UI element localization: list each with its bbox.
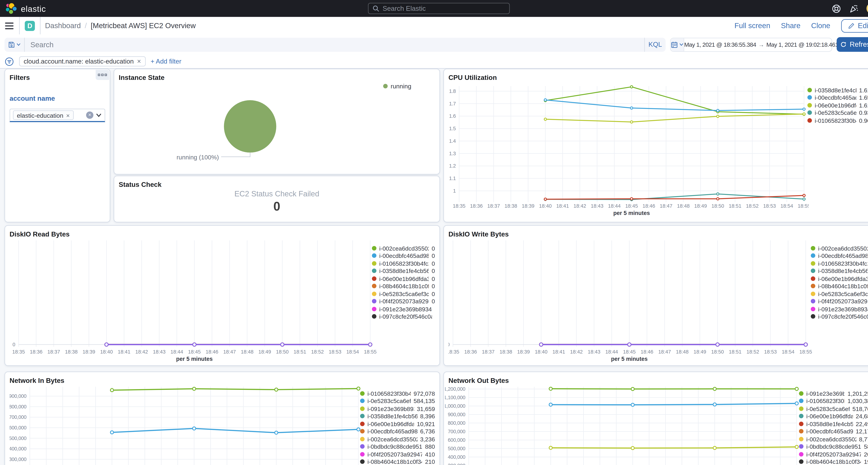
legend-label: i-08b4604c18b1c0f34 — [379, 283, 429, 289]
legend-item[interactable]: i-002cea6dcd35502f70 — [372, 244, 435, 252]
legend-swatch — [811, 314, 815, 319]
legend-item[interactable]: i-091e23e369b89346331,659 — [360, 405, 435, 412]
date-range-display[interactable]: May 1, 2021 @ 18:36:55.384 → May 1, 2021… — [684, 41, 838, 48]
legend-item[interactable]: i-00ecdbfc465ad98df12,176 — [799, 428, 868, 435]
user-avatar[interactable]: m — [866, 3, 868, 14]
legend-item[interactable]: i-01065823f30b4fc...1,030,384 — [799, 397, 868, 405]
svg-text:18:42: 18:42 — [574, 203, 586, 209]
legend-item[interactable]: i-06e00e1b96dfda3f724,685 — [799, 412, 868, 420]
menu-hamburger-icon[interactable] — [5, 22, 13, 29]
legend-item[interactable]: i-091e23e369b893463 — [372, 305, 435, 313]
token-remove-icon[interactable]: × — [66, 112, 70, 119]
chevron-down-icon[interactable] — [96, 112, 102, 118]
legend-item[interactable]: i-002cea6dcd35502f73,236 — [360, 435, 435, 443]
legend-item[interactable]: i-097c8cfe20f546c0a — [372, 313, 435, 320]
legend-item[interactable]: i-00ecdbfc465ad98df1.656 — [807, 94, 868, 101]
legend-item[interactable]: i-0358d8e1fe4cb56891.615 — [807, 86, 868, 94]
legend-item[interactable]: i-01065823f30b4fc210 — [811, 259, 868, 267]
full-screen-button[interactable]: Full screen — [735, 21, 770, 30]
legend-swatch — [372, 314, 376, 319]
legend-item[interactable]: i-06e00e1b96dfda3f70 — [372, 275, 435, 282]
date-from[interactable]: May 1, 2021 @ 18:36:55.384 — [684, 41, 756, 48]
legend-item[interactable]: i-002cea6dcd35502f78,779 — [799, 435, 868, 443]
filter-pill[interactable]: cloud.account.name: elastic-education × — [19, 56, 146, 66]
svg-text:18:39: 18:39 — [522, 203, 534, 209]
legend-item[interactable]: i-0358d8e1fe4cb568922,498 — [799, 420, 868, 428]
clone-button[interactable]: Clone — [811, 21, 830, 30]
legend-swatch — [799, 406, 803, 411]
legend-item[interactable]: i-08b4604c18b1c0f340 — [372, 282, 435, 290]
legend-item[interactable]: i-0e5283c5ca6ef3c8c518,769 — [799, 405, 868, 412]
legend-swatch — [360, 406, 365, 411]
legend-item[interactable]: i-0e5283c5ca6ef3c8c0.934 — [807, 109, 868, 117]
legend-item[interactable]: i-00ecdbfc465ad98df0 — [372, 252, 435, 259]
panel-network-in: Network In Bytes 900,000800,000700,00060… — [4, 372, 440, 465]
legend-value: 8,779 — [859, 436, 868, 442]
legend-swatch — [799, 460, 803, 464]
legend-item[interactable]: i-00ecdbfc465ad98df6,736 — [360, 428, 435, 435]
breadcrumb-dashboard[interactable]: Dashboard — [45, 21, 81, 30]
legend-item[interactable]: i-06e00e1b96dfda3f70 — [811, 275, 868, 282]
global-search[interactable] — [368, 3, 510, 14]
legend-item[interactable]: i-002cea6dcd35502f70 — [811, 244, 868, 252]
legend-item[interactable]: i-0e5283c5ca6ef3c8c0 — [372, 290, 435, 298]
page-title: [Metricbeat AWS] EC2 Overview — [91, 21, 196, 30]
legend-item[interactable]: i-0f4f2052073a929470 — [372, 298, 435, 305]
dashboard-badge[interactable]: D — [25, 21, 35, 31]
legend-item[interactable]: i-08b4604c18b1c0f34196 — [799, 458, 868, 465]
legend-item[interactable]: i-0bdbdc9c88cde9518880 — [360, 443, 435, 451]
edit-button[interactable]: Edit — [841, 19, 868, 32]
legend-item[interactable]: i-06e00e1b96dfda3f710,921 — [360, 420, 435, 428]
share-button[interactable]: Share — [781, 21, 800, 30]
query-input[interactable] — [25, 40, 644, 49]
legend-item[interactable]: i-091e23e369b893...1,201,252 — [799, 390, 868, 397]
legend-item[interactable]: i-0f4f2052073a92947410 — [360, 451, 435, 458]
saved-query-menu[interactable] — [4, 37, 25, 52]
legend-item[interactable]: i-0e5283c5ca6ef3c8c584,135 — [360, 397, 435, 405]
legend-value: 8,396 — [420, 413, 435, 420]
legend-item[interactable]: i-0358d8e1fe4cb56890 — [811, 267, 868, 275]
legend-item[interactable]: i-08b4604c18b1c0f34210 — [360, 458, 435, 465]
combobox-clear-icon[interactable]: × — [86, 112, 93, 119]
newsfeed-party-icon[interactable] — [849, 4, 859, 13]
legend-label: i-06e00e1b96dfda3f7 — [815, 102, 856, 108]
legend-item[interactable]: i-01065823f30b4fc21972,078 — [360, 390, 435, 397]
filter-remove-icon[interactable]: × — [137, 58, 141, 65]
svg-text:18:48: 18:48 — [241, 349, 253, 354]
legend-swatch — [360, 437, 365, 441]
panel-options-icon[interactable] — [96, 70, 109, 80]
metric-value: 0 — [114, 199, 439, 214]
legend-swatch — [811, 253, 815, 258]
legend-item[interactable]: i-08b4604c18b1c0f340 — [811, 282, 868, 290]
filter-menu-icon[interactable] — [4, 57, 14, 66]
filter-field-link[interactable]: account name — [9, 95, 55, 102]
date-quick-menu[interactable] — [671, 38, 684, 51]
legend-item[interactable]: i-0e5283c5ca6ef3c8c0 — [811, 290, 868, 298]
date-to[interactable]: May 1, 2021 @ 19:02:18.461 — [766, 41, 838, 48]
legend-item[interactable]: i-091e23e369b893463 — [811, 305, 868, 313]
refresh-button[interactable]: Refresh — [837, 37, 868, 52]
kql-selector[interactable]: KQL — [644, 37, 665, 52]
legend-item[interactable]: i-097c8cfe20f546c0a — [811, 313, 868, 320]
legend-item[interactable]: i-06e00e1b96dfda3f71.617 — [807, 101, 868, 109]
add-filter-button[interactable]: + Add filter — [151, 58, 181, 65]
svg-text:18:38: 18:38 — [65, 349, 78, 354]
svg-text:1.7: 1.7 — [449, 101, 456, 106]
legend-swatch — [372, 253, 376, 258]
global-search-input[interactable] — [383, 4, 505, 12]
legend-item[interactable]: i-01065823f30b4fc210 — [372, 259, 435, 267]
account-name-combobox[interactable]: elastic-education × × — [9, 109, 105, 122]
combobox-token[interactable]: elastic-education × — [13, 110, 74, 120]
legend-item[interactable]: i-0358d8e1fe4cb56898,396 — [360, 412, 435, 420]
elastic-logo[interactable]: elastic — [0, 2, 46, 14]
legend-item[interactable]: i-0f4f2052073a92947208 — [799, 451, 868, 458]
legend-item[interactable]: i-0f4f2052073a929470 — [811, 298, 868, 305]
legend-item[interactable]: i-0358d8e1fe4cb56890 — [372, 267, 435, 275]
legend-label: i-08b4604c18b1c0f34 — [367, 458, 422, 465]
legend-item[interactable]: i-0bdbdc9c88cde9518589 — [799, 443, 868, 451]
help-lifebuoy-icon[interactable] — [832, 4, 841, 13]
legend-item[interactable]: i-01065823f30b4fc210.963 — [807, 117, 868, 124]
legend-item[interactable]: i-00ecdbfc465ad98df0 — [811, 252, 868, 259]
pie-legend-item[interactable]: running — [383, 83, 411, 90]
pie-slice-running[interactable] — [224, 100, 276, 153]
